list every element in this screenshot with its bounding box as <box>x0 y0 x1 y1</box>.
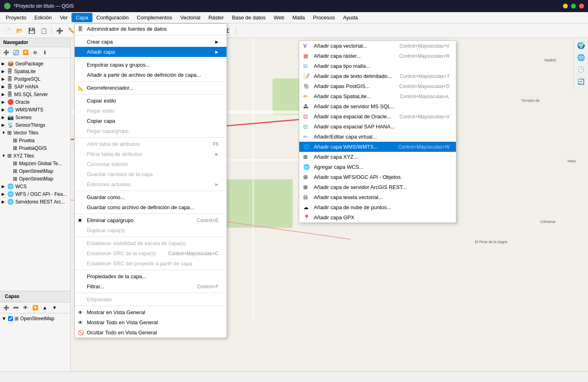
layers-remove-button[interactable]: ➖ <box>11 303 20 312</box>
menu-abrir-tabla: Abrir tabla de atributos F6 <box>75 139 227 149</box>
menu-empotrar[interactable]: Empotrar capas y grupos... <box>75 60 227 70</box>
menu-ayuda[interactable]: Ayuda <box>339 13 362 22</box>
navigator-header: Navegador <box>0 38 70 47</box>
layers-add-button[interactable]: ➕ <box>2 303 10 312</box>
submenu-wfs-ogc[interactable]: ⊞ Añadir capa WFS/OGC API - Objetos <box>299 172 456 182</box>
nav-add-button[interactable]: ➕ <box>2 48 10 57</box>
menu-eliminar-capa[interactable]: ✖ Eliminar capa/grupo Control+E <box>75 215 227 225</box>
nav-info-button[interactable]: ℹ <box>40 48 49 57</box>
nav-item-vector-tiles[interactable]: ▼ ⊞ Vector Tiles <box>0 129 70 136</box>
nav-item-geopackage[interactable]: ▶ 📦 GeoPackage <box>0 60 70 67</box>
menu-propiedades[interactable]: Propiedades de la capa... <box>75 271 227 281</box>
submenu-arcgis[interactable]: ⊞ Añadir capa de servidor ArcGIS REST... <box>299 182 456 192</box>
nav-item-pruebaqgis[interactable]: ⊞ PruebaQGIS <box>0 144 70 152</box>
nav-item-osm2[interactable]: ⊞ OpenStreetMap <box>0 175 70 183</box>
nav-collapse-button[interactable]: ⊖ <box>31 48 40 57</box>
nav-item-osm1[interactable]: ⊞ OpenStreetMap <box>0 167 70 175</box>
submenu-raster[interactable]: ▦ Añadir capa ráster... Control+Mayúscul… <box>299 51 456 61</box>
nav-item-mapzen[interactable]: ⊞ Mapzen Global Te... <box>0 160 70 167</box>
menu-ocultar-todo[interactable]: 🚫 Ocultar Todo en Vista General <box>75 327 227 338</box>
layers-down-button[interactable]: ▼ <box>50 303 59 312</box>
menu-filtrar[interactable]: Filtrar... Control+F <box>75 281 227 292</box>
submenu-postgis[interactable]: 🐘 Añadir capas PostGIS... Control+Mayúsc… <box>299 81 456 91</box>
submenu-tesela-vectorial[interactable]: ⊟ Añadir capa tesela vectorial... <box>299 192 456 202</box>
nav-filter-button[interactable]: 🔽 <box>21 48 30 57</box>
menu-anadir-capa[interactable]: Añadir capa ▶ <box>75 47 227 57</box>
nav-item-wcs[interactable]: ▶ 🌐 WCS <box>0 183 70 190</box>
layer-row-osm[interactable]: ▼ ⊞ OpenStreetMap <box>2 315 69 322</box>
map-refresh[interactable]: 🕒 <box>575 64 587 75</box>
nav-refresh-button[interactable]: 🔄 <box>11 48 20 57</box>
menu-capa[interactable]: Capa <box>71 13 92 22</box>
menu-edicion[interactable]: Edición <box>30 13 56 22</box>
menu-raster[interactable]: Ráster <box>204 13 228 22</box>
nav-item-sensorthings[interactable]: ▶ 📡 SensorThings <box>0 121 70 129</box>
nav-item-prueba[interactable]: ⊞ Prueba <box>0 136 70 144</box>
nav-item-saphana[interactable]: ▶ 🗄 SAP HANA <box>0 83 70 90</box>
menu-georreferenciador[interactable]: 📐 Georreferenciador... <box>75 83 227 93</box>
layer-visibility-checkbox[interactable] <box>8 316 13 321</box>
layers-up-button[interactable]: ▲ <box>40 303 49 312</box>
nav-item-spatialite[interactable]: ▶ 🗄 SpatiaLite <box>0 67 70 75</box>
submenu-virtual[interactable]: ✏ Añadir/Editar capa virtual... <box>299 132 456 142</box>
menu-guardar-def[interactable]: Guardar como archivo de definición de ca… <box>75 202 227 212</box>
maximize-button[interactable] <box>571 4 576 8</box>
menu-admin-fuentes[interactable]: 🗄 Administrador de fuentes de datos <box>75 24 227 34</box>
submenu-malla[interactable]: ⊟ Añadir capa tipo malla... <box>299 61 456 71</box>
save-as-button[interactable]: 📋 <box>38 25 49 36</box>
submenu-wcs[interactable]: 🌐 Agregar capa WCS... <box>299 162 456 172</box>
add-layer-button[interactable]: ➕ <box>54 25 65 36</box>
nav-item-wfs[interactable]: ▶ 🌐 WFS / OGC API - Fea... <box>0 190 70 198</box>
close-button[interactable] <box>579 4 584 8</box>
submenu-xyz[interactable]: ⊞ Añadir capa XYZ... <box>299 152 456 162</box>
nav-item-mssql[interactable]: ▶ 🗄 MS SQL Server <box>0 90 70 98</box>
layers-panel: Capas ➕ ➖ 👁 🔽 ▲ ▼ ▼ ⊞ OpenStreetMap <box>0 291 70 372</box>
shortcut-label: Control+Mayúsculas+V <box>399 43 449 49</box>
submenu-gpx[interactable]: 📍 Añadir capa GPX <box>299 212 456 222</box>
menu-copiar-capa[interactable]: Copiar capa <box>75 116 227 126</box>
menu-guardar-como[interactable]: Guardar como... <box>75 192 227 202</box>
submenu-saphana[interactable]: ⊡ Añadir capa espacial SAP HANA... <box>299 122 456 132</box>
open-project-button[interactable]: 📂 <box>14 25 25 36</box>
menu-mostrar-overview[interactable]: 👁 Mostrar en Vista General <box>75 307 227 317</box>
menu-vectorial[interactable]: Vectorial <box>176 13 204 22</box>
map-refresh2[interactable]: 🔄 <box>575 76 587 87</box>
expand-icon: ▶ <box>2 115 7 120</box>
menu-proyecto[interactable]: Proyecto <box>2 13 30 22</box>
menu-crear-capa[interactable]: Crear capa ▶ <box>75 37 227 47</box>
map-zoom-out[interactable]: 🌐 <box>575 52 587 63</box>
menu-anadir-def[interactable]: Añadir a partir de archivo de definición… <box>75 70 227 80</box>
submenu-spatialite[interactable]: ✏ Añadir capa SpatiaLite... Control+Mayú… <box>299 91 456 101</box>
minimize-button[interactable] <box>563 4 568 8</box>
layers-filter-button[interactable]: 🔽 <box>31 303 40 312</box>
menu-copiar-estilo[interactable]: Copiar estilo <box>75 96 227 106</box>
road-v2 <box>252 38 254 321</box>
menu-malla[interactable]: Malla <box>288 13 309 22</box>
save-project-button[interactable]: 💾 <box>26 25 37 36</box>
submenu-wms-wmts[interactable]: 🌐 Añadir capa WMS/WMTS... Control+Mayúsc… <box>299 142 456 152</box>
submenu-mssql[interactable]: 🖧 Añadir capa de servidor MS SQL... <box>299 101 456 111</box>
submenu-vectorial[interactable]: V Añadir capa vectorial... Control+Mayús… <box>299 41 456 51</box>
nav-item-postgresql[interactable]: ▶ 🗄 PostgreSQL <box>0 75 70 83</box>
new-project-button[interactable]: 📄 <box>2 25 13 36</box>
layers-visible-button[interactable]: 👁 <box>21 303 30 312</box>
map-zoom-in[interactable]: 🌍 <box>575 40 587 51</box>
menu-web[interactable]: Web <box>270 13 289 22</box>
nav-item-oracle[interactable]: ▶ 🔴 Oracle <box>0 98 70 106</box>
wfs-icon: 🌐 <box>7 191 14 197</box>
submenu-oracle[interactable]: ⊡ Añadir capa espacial de Oracle... Cont… <box>299 111 456 122</box>
menu-mostrar-todo[interactable]: 👁 Mostrar Todo en Vista General <box>75 317 227 327</box>
submenu-texto-delimitado[interactable]: 📝 Añadir capa de texto delimitado... Con… <box>299 71 456 81</box>
nav-item-wms[interactable]: ▶ 🌐 WMS/WMTS <box>0 106 70 113</box>
menu-procesos[interactable]: Procesos <box>309 13 339 22</box>
nav-item-arcgis[interactable]: ▶ 🌐 Servidores REST Arc... <box>0 198 70 206</box>
submenu-nube-puntos[interactable]: ☁ Añadir capa de nube de puntos... <box>299 202 456 212</box>
menu-complementos[interactable]: Complementos <box>133 13 176 22</box>
nav-item-xyz-tiles[interactable]: ▼ ⊞ XYZ Tiles <box>0 152 70 160</box>
nav-item-scenes[interactable]: ▶ 📷 Scenes <box>0 113 70 121</box>
menu-configuracion[interactable]: Configuración <box>92 13 133 22</box>
menu-base-datos[interactable]: Base de datos <box>228 13 269 22</box>
wcs-icon: 🌐 <box>303 164 310 170</box>
menu-ver[interactable]: Ver <box>56 13 72 22</box>
expand-icon: ▶ <box>2 107 7 112</box>
